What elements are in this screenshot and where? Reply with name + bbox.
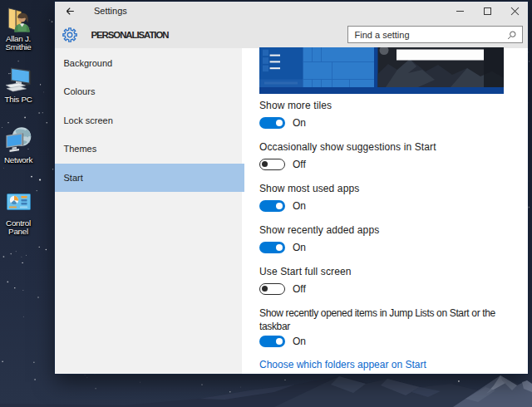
nav-item-start[interactable]: Start [55, 164, 244, 193]
back-arrow-icon [62, 2, 80, 23]
start-preview-image [259, 47, 504, 94]
setting-row: Show more tilesOn [259, 99, 509, 129]
search-placeholder: Find a setting [355, 30, 410, 40]
toggle-state-text: Off [293, 283, 306, 295]
setting-row: Use Start full screenOff [259, 265, 509, 295]
maximize-icon [475, 2, 500, 23]
toggle-knob [276, 338, 283, 345]
search-icon [506, 30, 517, 41]
nav-item-background[interactable]: Background [55, 49, 242, 78]
toggle-state-text: On [293, 242, 306, 253]
setting-label: Show most used apps [259, 182, 509, 195]
toggle-off[interactable] [259, 159, 285, 170]
this-pc-icon [5, 66, 32, 93]
desktop-icon-label: Network [0, 156, 37, 164]
sidebar-nav: BackgroundColoursLock screenThemesStart [55, 48, 242, 374]
nav-item-themes[interactable]: Themes [55, 135, 242, 164]
nav-item-colours[interactable]: Colours [55, 77, 242, 106]
page-title: PERSONALISATION [91, 30, 169, 40]
toggle-on[interactable] [259, 117, 285, 129]
close-icon [502, 2, 528, 23]
desktop-icon-this-pc[interactable]: This PC [0, 66, 37, 104]
desktop-icon-label-line: This PC [4, 95, 32, 104]
setting-label: Use Start full screen [259, 265, 509, 278]
network-icon [4, 126, 32, 154]
page-header: PERSONALISATION Find a setting [55, 23, 528, 48]
desktop-icon-label: This PC [0, 96, 37, 104]
toggle-on[interactable] [259, 200, 285, 212]
content-area: Show more tilesOnOccasionally show sugge… [259, 47, 522, 370]
setting-label: Show more tiles [259, 99, 509, 112]
toggle-knob [276, 244, 283, 251]
setting-row: Show most used appsOn [259, 182, 509, 212]
setting-row: Show recently opened items in Jump Lists… [259, 306, 509, 347]
nav-item-lock-screen[interactable]: Lock screen [55, 106, 242, 135]
minimize-icon [447, 2, 473, 23]
user-folder-icon [6, 7, 31, 32]
toggle-knob [262, 161, 268, 168]
toggle-state-text: On [293, 200, 306, 212]
desktop-icon-control-panel[interactable]: ControlPanel [0, 194, 37, 237]
minimize-button[interactable] [447, 2, 473, 23]
titlebar: Settings [55, 2, 528, 23]
desktop-icon-label-line: Network [4, 155, 32, 164]
desktop-icon-label: Allan J.Smithie [0, 35, 37, 52]
toggle-knob [276, 120, 283, 126]
close-button[interactable] [502, 2, 528, 23]
search-box[interactable]: Find a setting [347, 26, 523, 43]
toggle-knob [262, 286, 268, 292]
settings-window: Settings PERSONALISATION Find a setting … [55, 2, 528, 374]
settings-rows: Show more tilesOnOccasionally show sugge… [259, 94, 509, 347]
toggle-on[interactable] [259, 242, 285, 253]
toggle-state-text: On [293, 336, 306, 347]
desktop-icon-label-line: Smithie [6, 42, 32, 51]
desktop-icon-label: ControlPanel [0, 219, 37, 237]
desktop-icon-user-folder[interactable]: Allan J.Smithie [0, 7, 37, 52]
setting-label: Show recently opened items in Jump Lists… [259, 306, 509, 333]
desktop-icon-network[interactable]: Network [0, 126, 37, 164]
window-title: Settings [94, 6, 127, 16]
toggle-state-text: On [293, 117, 306, 129]
setting-row: Occasionally show suggestions in StartOf… [259, 140, 509, 170]
toggle-off[interactable] [259, 283, 285, 295]
gear-icon [62, 27, 77, 42]
toggle-state-text: Off [293, 159, 306, 170]
toggle-knob [276, 203, 283, 209]
back-button[interactable] [62, 2, 80, 23]
control-panel-icon [7, 194, 31, 210]
toggle-on[interactable] [259, 336, 285, 347]
desktop-icon-label-line: Panel [8, 227, 28, 236]
setting-label: Occasionally show suggestions in Start [259, 140, 509, 154]
setting-row: Show recently added appsOn [259, 223, 509, 253]
setting-label: Show recently added apps [259, 223, 509, 237]
choose-folders-link[interactable]: Choose which folders appear on Start [259, 359, 442, 370]
maximize-button[interactable] [475, 2, 500, 23]
